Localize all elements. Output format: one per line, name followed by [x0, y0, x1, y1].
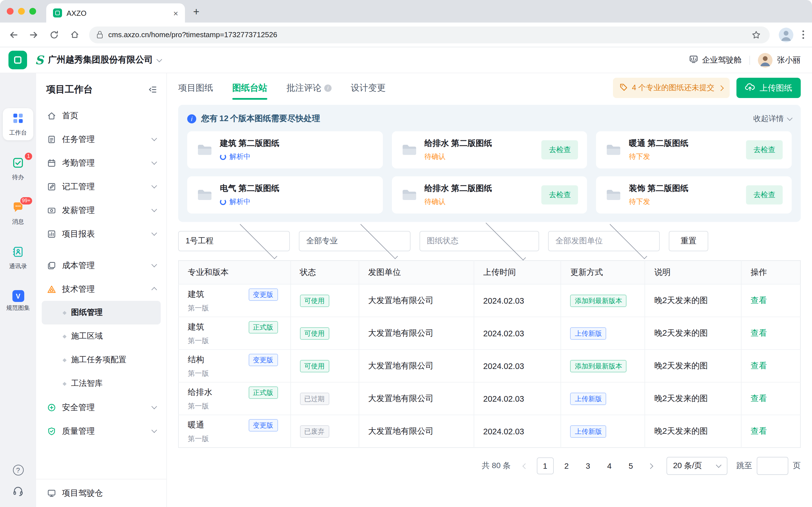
page-number[interactable]: 1: [537, 457, 553, 474]
rail-item-workbench[interactable]: 工作台: [3, 108, 33, 140]
card-status: 待确认: [424, 197, 541, 207]
sidebar-item-timesheet[interactable]: 记工管理: [42, 175, 161, 198]
bullet-icon: [63, 358, 66, 362]
page-number[interactable]: 3: [579, 457, 596, 474]
drawing-card[interactable]: 暖通 第二版图纸 待下发 去检查: [596, 131, 792, 168]
view-link[interactable]: 查看: [751, 361, 767, 370]
sidebar-subitem-drawings[interactable]: 图纸管理: [42, 301, 161, 325]
sidebar-item-tech[interactable]: 技术管理: [42, 277, 161, 301]
home-icon[interactable]: [69, 30, 80, 40]
new-tab-button[interactable]: +: [188, 4, 204, 20]
tab-annotations[interactable]: 批注评论i: [287, 73, 332, 102]
payroll-icon: [46, 205, 56, 215]
major-name: 建筑: [188, 322, 204, 332]
tab-drawing-station[interactable]: 图纸台站: [232, 73, 267, 102]
tab-project-drawings[interactable]: 项目图纸: [178, 73, 213, 102]
table-row: 结构变更版第一版 可使用 大发置地有限公司 2024.02.03 添加到最新版本…: [179, 349, 801, 382]
window-minimize-button[interactable]: [18, 8, 25, 15]
forward-icon[interactable]: [28, 30, 40, 40]
sidebar-item-tasks[interactable]: 任务管理: [42, 127, 161, 151]
sidebar-item-payroll[interactable]: 发薪管理: [42, 198, 161, 222]
back-icon[interactable]: [8, 30, 19, 40]
sidebar-item-label: 技术管理: [62, 284, 147, 294]
rail-item-atlas[interactable]: V 规范图集: [3, 286, 33, 316]
sidebar-collapse-icon[interactable]: [148, 85, 157, 94]
column-header: 专业和版本: [179, 261, 290, 284]
help-icon[interactable]: ?: [13, 465, 23, 475]
browser-tab[interactable]: AXZO ×: [46, 3, 185, 22]
issuing-unit-select[interactable]: 全部发图单位: [548, 231, 660, 251]
rail-item-todo[interactable]: 1 待办: [3, 153, 33, 185]
drawing-status-select[interactable]: 图纸状态: [419, 231, 539, 251]
upload-date: 2024.02.03: [474, 415, 561, 448]
rail-item-contacts[interactable]: 通讯录: [3, 242, 33, 274]
bookmark-star-icon[interactable]: [750, 30, 762, 39]
app-launcher-icon[interactable]: [8, 51, 27, 69]
card-title: 暖通 第二版图纸: [629, 138, 746, 149]
company-name[interactable]: 广州越秀集团股份有限公司: [48, 54, 153, 66]
view-link[interactable]: 查看: [751, 328, 767, 337]
page-number[interactable]: 5: [622, 457, 639, 474]
sidebar-subitem-construction-area[interactable]: 施工区域: [42, 325, 161, 348]
jump-page-input[interactable]: [757, 457, 788, 475]
tab-close-icon[interactable]: ×: [173, 9, 178, 17]
prev-page-icon[interactable]: [518, 457, 532, 474]
go-check-button[interactable]: 去检查: [746, 185, 783, 205]
issuing-unit: 大发置地有限公司: [359, 415, 474, 448]
sidebar-item-cost[interactable]: 成本管理: [42, 253, 161, 277]
sidebar-item-home[interactable]: 首页: [42, 104, 161, 127]
user-menu[interactable]: 张小丽: [758, 53, 801, 67]
collapse-details-button[interactable]: 收起详情: [753, 114, 792, 124]
sidebar-item-attendance[interactable]: 考勤管理: [42, 151, 161, 175]
issuing-unit: 大发置地有限公司: [359, 382, 474, 415]
drawing-card[interactable]: 给排水 第二版图纸 待确认 去检查: [392, 176, 587, 214]
enterprise-cockpit-button[interactable]: 企业驾驶舱: [689, 55, 742, 65]
go-check-button[interactable]: 去检查: [542, 140, 578, 159]
rail-item-label: 待办: [12, 173, 24, 181]
sidebar-header: 项目工作台: [36, 83, 166, 96]
tab-design-changes[interactable]: 设计变更: [351, 73, 386, 102]
sidebar-subitem-method-library[interactable]: 工法智库: [42, 372, 161, 395]
sidebar-item-safety[interactable]: 安全管理: [42, 395, 161, 419]
page-number[interactable]: 2: [558, 457, 575, 474]
view-link[interactable]: 查看: [751, 394, 767, 403]
major-select[interactable]: 全部专业: [299, 231, 410, 251]
browser-profile-avatar[interactable]: [778, 27, 793, 42]
page-size-select[interactable]: 20 条/页: [666, 457, 727, 475]
company-chevron-down-icon[interactable]: [156, 56, 162, 62]
sidebar-item-quality[interactable]: 质量管理: [42, 419, 161, 443]
window-zoom-button[interactable]: [29, 8, 36, 15]
project-select[interactable]: 1号工程: [178, 231, 290, 251]
drawing-card[interactable]: 建筑 第二版图纸 解析中: [187, 131, 383, 168]
pending-versions-panel: i 您有12个版本图纸需要尽快处理 收起详情 建筑 第二版图纸 解析中: [178, 105, 801, 222]
next-page-icon[interactable]: [644, 457, 657, 474]
note-text: 晚2天发来的图: [645, 349, 741, 382]
sidebar-subitem-task-config[interactable]: 施工任务项配置: [42, 348, 161, 372]
go-check-button[interactable]: 去检查: [746, 140, 783, 159]
address-bar[interactable]: cms.axzo.cn/home/pro?timestamp=173277371…: [89, 26, 769, 43]
go-check-button[interactable]: 去检查: [542, 185, 578, 205]
card-status: 待下发: [629, 197, 746, 207]
view-link[interactable]: 查看: [751, 296, 767, 305]
upload-drawings-button[interactable]: 上传图纸: [737, 78, 801, 98]
drawing-card[interactable]: 电气 第二版图纸 解析中: [187, 176, 383, 214]
card-info: 建筑 第二版图纸 解析中: [220, 138, 373, 162]
drawing-card[interactable]: 给排水 第二版图纸 待确认 去检查: [392, 131, 587, 168]
window-close-button[interactable]: [7, 8, 13, 15]
sidebar-item-reports[interactable]: 项目报表: [42, 222, 161, 245]
url-text[interactable]: cms.axzo.cn/home/pro?timestamp=173277371…: [108, 31, 745, 39]
reload-icon[interactable]: [49, 30, 60, 39]
sidebar-item-project-cockpit[interactable]: 项目驾驶仓: [36, 479, 166, 507]
view-link[interactable]: 查看: [751, 427, 767, 436]
header-divider: [749, 55, 750, 64]
page-number[interactable]: 4: [601, 457, 618, 474]
browser-menu-icon[interactable]: [802, 31, 804, 39]
upload-date: 2024.02.03: [474, 382, 561, 415]
headset-icon[interactable]: [12, 486, 24, 499]
drawing-card[interactable]: 装饰 第二版图纸 待下发 去检查: [596, 176, 792, 214]
sidebar-subitem-label: 图纸管理: [71, 307, 103, 318]
reset-button[interactable]: 重置: [669, 231, 708, 251]
drawing-cards-grid: 建筑 第二版图纸 解析中 给排水 第二版图纸 待确认 去检查: [187, 131, 792, 214]
unsubmitted-alert-pill[interactable]: 4 个专业的图纸还未提交: [613, 78, 730, 98]
rail-item-messages[interactable]: 99+ 消息: [3, 197, 33, 229]
